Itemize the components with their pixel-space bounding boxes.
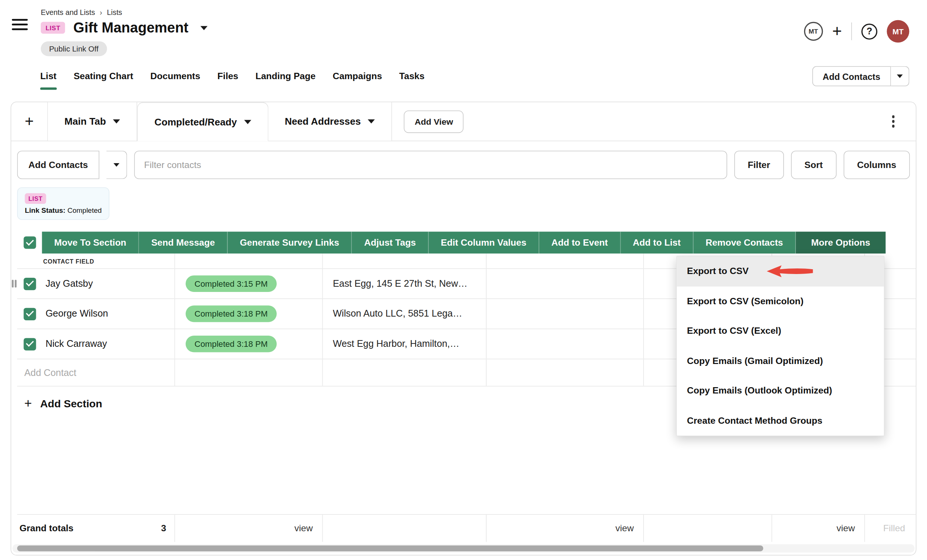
- empty-cell[interactable]: [487, 299, 644, 329]
- list-type-badge: LIST: [25, 193, 46, 204]
- view-tab-label: Need Addresses: [284, 116, 361, 127]
- hamburger-menu-icon[interactable]: [12, 19, 28, 30]
- chevron-down-icon: [114, 163, 120, 167]
- contact-address[interactable]: East Egg, 145 E 27th St, New…: [323, 269, 486, 298]
- breadcrumb: Events and Lists › Lists: [41, 8, 207, 17]
- status-cell[interactable]: Completed 3:18 PM: [175, 329, 323, 359]
- title-chevron-down-icon[interactable]: [200, 26, 207, 30]
- view-tab-label: Main Tab: [65, 116, 106, 127]
- filter-contacts-input[interactable]: [134, 151, 727, 179]
- empty-cell[interactable]: [487, 269, 644, 298]
- more-options-button[interactable]: More Options: [796, 232, 886, 254]
- row-checkbox[interactable]: [24, 278, 36, 290]
- add-to-list-button[interactable]: Add to List: [621, 232, 694, 254]
- menu-item-label: Copy Emails (Outlook Optimized): [687, 385, 832, 396]
- link-status-line: Link Status: Completed: [25, 206, 102, 214]
- team-member-avatar[interactable]: MT: [804, 22, 823, 41]
- help-icon[interactable]: ?: [861, 24, 877, 39]
- view-tab-need-addresses[interactable]: Need Addresses: [268, 102, 392, 141]
- view-tab-main-tab[interactable]: Main Tab: [48, 102, 137, 141]
- add-section-label: Add Section: [40, 398, 102, 410]
- tab-documents[interactable]: Documents: [150, 63, 201, 90]
- grand-totals-row: 3 view view view Filled Grand totals: [17, 514, 916, 542]
- generate-survey-links-button[interactable]: Generate Survey Links: [228, 232, 352, 254]
- row-checkbox-cell: [17, 329, 42, 359]
- edit-column-values-button[interactable]: Edit Column Values: [429, 232, 539, 254]
- tab-landing-page[interactable]: Landing Page: [255, 63, 316, 90]
- contact-address[interactable]: Wilson Auto LLC, 5851 Lega…: [323, 299, 486, 329]
- link-status-chip: LIST Link Status: Completed: [17, 187, 109, 220]
- add-contacts-button[interactable]: Add Contacts: [812, 66, 891, 86]
- card-overflow-menu-icon[interactable]: [889, 113, 897, 130]
- drag-handle-icon[interactable]: [12, 280, 17, 288]
- public-link-status-pill[interactable]: Public Link Off: [41, 41, 107, 56]
- header-divider: [851, 23, 852, 40]
- row-checkbox-cell: [17, 269, 42, 298]
- columns-button[interactable]: Columns: [843, 151, 910, 179]
- add-section-button[interactable]: + Add Section: [24, 396, 102, 411]
- add-tab-button[interactable]: +: [11, 102, 48, 141]
- menu-item-label: Export to CSV (Semicolon): [687, 296, 803, 307]
- app-header: Events and Lists › Lists LIST Gift Manag…: [0, 0, 927, 63]
- sort-button[interactable]: Sort: [791, 151, 836, 179]
- send-message-button[interactable]: Send Message: [139, 232, 228, 254]
- menu-item-label: Copy Emails (Gmail Optimized): [687, 356, 823, 366]
- view-total-link[interactable]: view: [487, 515, 644, 542]
- view-total-link[interactable]: view: [772, 515, 865, 542]
- contact-name[interactable]: Jay Gatsby: [42, 269, 175, 298]
- header-actions: MT + ? MT: [804, 20, 909, 42]
- menu-item-create-contact-method-groups[interactable]: Create Contact Method Groups: [677, 406, 884, 436]
- select-all-checkbox[interactable]: [24, 236, 36, 249]
- filter-row: Add Contacts Filter Sort Columns: [11, 141, 916, 179]
- nav-actions: Add Contacts: [812, 66, 909, 86]
- menu-item-copy-emails-outlook[interactable]: Copy Emails (Outlook Optimized): [677, 376, 884, 406]
- status-cell[interactable]: Completed 3:18 PM: [175, 299, 323, 329]
- tab-seating-chart[interactable]: Seating Chart: [74, 63, 133, 90]
- empty-cell[interactable]: [487, 329, 644, 359]
- menu-item-export-to-csv[interactable]: Export to CSV: [677, 256, 884, 286]
- scrollbar-thumb[interactable]: [17, 545, 763, 551]
- status-badge: Completed 3:18 PM: [185, 305, 277, 322]
- menu-item-export-to-csv-semicolon[interactable]: Export to CSV (Semicolon): [677, 286, 884, 316]
- add-contacts-dropdown-button[interactable]: [891, 66, 909, 86]
- move-to-section-button[interactable]: Move To Section: [42, 232, 139, 254]
- view-tab-label: Completed/Ready: [155, 116, 237, 127]
- menu-item-label: Create Contact Method Groups: [687, 415, 822, 426]
- user-avatar[interactable]: MT: [887, 20, 909, 42]
- breadcrumb-lists[interactable]: Lists: [107, 8, 122, 17]
- add-member-icon[interactable]: +: [832, 23, 842, 39]
- view-total-link[interactable]: view: [175, 515, 323, 542]
- filter-button[interactable]: Filter: [734, 151, 784, 179]
- adjust-tags-button[interactable]: Adjust Tags: [352, 232, 429, 254]
- tab-campaigns[interactable]: Campaigns: [333, 63, 382, 90]
- contact-name[interactable]: Nick Carraway: [42, 329, 175, 359]
- tab-list[interactable]: List: [40, 63, 57, 90]
- add-contacts-dropdown-secondary[interactable]: [106, 151, 127, 179]
- more-options-menu: Export to CSV Export to CSV (Semicolon) …: [676, 256, 884, 436]
- row-checkbox-cell: [17, 299, 42, 329]
- contact-address[interactable]: West Egg Harbor, Hamilton,…: [323, 329, 486, 359]
- view-tabs-bar: + Main Tab Completed/Ready Need Addresse…: [11, 102, 916, 141]
- view-tab-completed-ready[interactable]: Completed/Ready: [137, 102, 268, 141]
- menu-item-export-to-csv-excel[interactable]: Export to CSV (Excel): [677, 316, 884, 346]
- bulk-actions-row: Move To Section Send Message Generate Su…: [17, 232, 910, 254]
- status-badge: Completed 3:15 PM: [185, 276, 277, 292]
- add-contact-placeholder[interactable]: Add Contact: [24, 367, 76, 378]
- horizontal-scrollbar[interactable]: [12, 544, 915, 552]
- nav-tabs: List Seating Chart Documents Files Landi…: [40, 63, 425, 90]
- add-to-event-button[interactable]: Add to Event: [539, 232, 621, 254]
- breadcrumb-events-and-lists[interactable]: Events and Lists: [41, 8, 95, 17]
- tab-files[interactable]: Files: [217, 63, 238, 90]
- chevron-down-icon: [368, 120, 375, 124]
- add-view-button[interactable]: Add View: [404, 110, 464, 132]
- add-contacts-button-secondary[interactable]: Add Contacts: [17, 151, 99, 179]
- status-cell[interactable]: Completed 3:15 PM: [175, 269, 323, 298]
- grand-totals-label: Grand totals: [20, 523, 74, 534]
- row-checkbox[interactable]: [24, 308, 36, 320]
- annotation-arrow-icon: [766, 264, 814, 279]
- contact-name[interactable]: George Wilson: [42, 299, 175, 329]
- tab-tasks[interactable]: Tasks: [399, 63, 425, 90]
- menu-item-copy-emails-gmail[interactable]: Copy Emails (Gmail Optimized): [677, 346, 884, 376]
- row-checkbox[interactable]: [24, 338, 36, 350]
- remove-contacts-button[interactable]: Remove Contacts: [694, 232, 796, 254]
